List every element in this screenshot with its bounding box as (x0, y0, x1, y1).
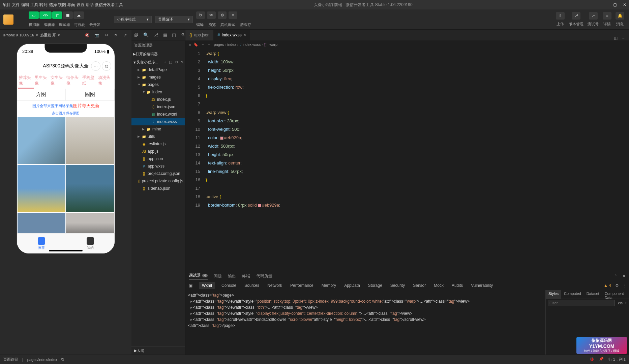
devtools-tab[interactable]: Console (220, 282, 238, 289)
device-select[interactable]: iPhone X 100% 16 (3, 33, 34, 37)
devtools-tab[interactable]: AppData (343, 282, 361, 289)
file-tree-node[interactable]: {}app.json (131, 155, 185, 162)
open-editors-header[interactable]: ▶打开的编辑器 (131, 50, 185, 58)
debugger-button[interactable]: ⇄ (52, 11, 62, 19)
split-icon[interactable]: ◫ (614, 36, 618, 40)
cut-icon[interactable]: ✂ (103, 32, 109, 38)
test-account-button[interactable]: ↗ (589, 12, 598, 20)
mode-select[interactable]: 小程序模式▾ (114, 16, 152, 23)
menu-item[interactable]: 帮助 (86, 2, 94, 7)
editor-button[interactable]: </> (39, 11, 52, 19)
page-path[interactable]: pages/index/index (27, 358, 57, 362)
branch-icon[interactable]: ⎇ (153, 32, 158, 37)
grid-image[interactable] (18, 117, 65, 164)
capsule-close-icon[interactable]: ◎ (102, 61, 111, 71)
extensions-icon[interactable]: ▦ (163, 32, 167, 37)
menu-item[interactable]: 界面 (67, 2, 75, 7)
fwd-icon[interactable]: → (207, 42, 211, 47)
styles-tab[interactable]: Computed (561, 290, 584, 299)
styles-tab[interactable]: Dataset (584, 290, 602, 299)
test-icon[interactable]: ⚗ (181, 32, 185, 37)
styles-tab[interactable]: Component Data (602, 290, 627, 299)
devtools-tab[interactable]: Storage (367, 282, 384, 289)
devtools-tab[interactable]: Sensor (412, 282, 427, 289)
file-tree-node[interactable]: {}index.json (131, 103, 185, 111)
maximize-icon[interactable]: ▢ (613, 2, 617, 7)
breadcrumb[interactable]: ≡ 🔖 ← → pages › index › # index.wxss › ⬚… (185, 40, 629, 49)
project-header[interactable]: ▼头像小程序...+▢↻⇱ (131, 58, 185, 66)
menu-item[interactable]: 文件 (12, 2, 20, 7)
devtools-tab[interactable]: Wxml (199, 282, 215, 289)
file-tree-node[interactable]: {}sitemap.json (131, 185, 185, 192)
file-tree-node[interactable]: ▤index.wxml (131, 111, 185, 118)
preview-button[interactable]: 👁 (207, 11, 216, 19)
file-tree-node[interactable]: ▶📁mine (131, 125, 185, 133)
more-icon[interactable]: ⋯ (622, 36, 626, 40)
file-tree-node[interactable]: ▼📁pages (131, 81, 185, 88)
devtools-tab[interactable]: Network (266, 282, 283, 289)
capsule-more-icon[interactable]: ⋯ (91, 61, 100, 71)
file-tree-node[interactable]: ▼📁index (131, 88, 185, 96)
file-tree-node[interactable]: ◉.eslintrc.js (131, 140, 185, 148)
styles-more-icon[interactable]: ≫ (627, 290, 629, 299)
devtools-tab[interactable]: Mock (432, 282, 445, 289)
element-picker-icon[interactable]: ▣ (187, 282, 194, 289)
warnings-count[interactable]: ▲ 4 (604, 283, 611, 288)
hot-reload-toggle[interactable]: 热重载 开 (40, 33, 56, 38)
category-tab[interactable]: 动漫头像 (97, 73, 113, 89)
back-icon[interactable]: ← (201, 42, 205, 47)
file-tree-node[interactable]: ▶📁images (131, 73, 185, 81)
file-tree-node[interactable]: ▶📁utils (131, 133, 185, 140)
visual-button[interactable]: ▦ (63, 11, 73, 19)
new-file-icon[interactable]: + (164, 60, 166, 64)
files-icon[interactable]: 🗐 (134, 32, 139, 37)
category-tab[interactable]: 男生头像 (34, 73, 50, 89)
file-tree-node[interactable]: {}project.private.config.js... (131, 177, 185, 185)
editor-tab[interactable]: #index.wxss× (213, 30, 250, 40)
refresh-tree-icon[interactable]: ↻ (175, 60, 178, 64)
menu-item[interactable]: 项目 (3, 2, 11, 7)
messages-button[interactable]: 🔔 (616, 12, 624, 20)
explorer-more-icon[interactable]: ⋯ (179, 43, 182, 48)
code-content[interactable]: .warp { width: 100vw; height: 50rpx; dis… (206, 49, 629, 271)
styles-filter-input[interactable] (548, 300, 615, 306)
menu-item[interactable]: 编辑 (21, 2, 29, 7)
mute-icon[interactable]: 🔇 (84, 32, 90, 38)
file-tree-node[interactable]: JSapp.js (131, 148, 185, 155)
cloud-dev-button[interactable]: ☁ (73, 11, 84, 19)
clear-cache-button[interactable]: ≡ (229, 11, 237, 19)
search-icon[interactable]: 🔍 (143, 32, 149, 37)
remote-debug-button[interactable]: ⚙ (218, 11, 227, 19)
styles-tab[interactable]: Styles (546, 290, 561, 299)
upload-button[interactable]: ⇧ (556, 12, 565, 20)
debug-tab[interactable]: 终端 (242, 273, 250, 279)
file-tree-node[interactable]: #app.wxss (131, 162, 185, 170)
new-folder-icon[interactable]: ▢ (169, 60, 172, 64)
version-manage-button[interactable]: ⎇ (572, 12, 580, 20)
panel-close-icon[interactable]: ✕ (622, 274, 626, 278)
category-tab[interactable]: 推荐头像 (18, 73, 34, 89)
close-tab-icon[interactable]: × (244, 33, 246, 37)
cls-toggle[interactable]: .cls (617, 301, 623, 305)
grid-image[interactable] (66, 117, 114, 164)
compile-button[interactable]: ↻ (196, 11, 205, 19)
category-tab[interactable]: 手机壁纸 (82, 73, 97, 89)
file-tree-node[interactable]: JSindex.js (131, 96, 185, 103)
panel-up-icon[interactable]: ⌃ (614, 274, 618, 278)
devtools-tab[interactable]: Audits (450, 282, 464, 289)
debug-icon[interactable]: 🐞 (590, 357, 594, 362)
collapse-icon[interactable]: ⇱ (181, 60, 184, 64)
minimize-icon[interactable]: — (603, 2, 607, 7)
copy-path-icon[interactable]: ⧉ (61, 357, 64, 362)
list-icon[interactable]: ≡ (189, 42, 191, 47)
outline-header[interactable]: ▶大纲 (131, 346, 185, 355)
menu-item[interactable]: 设置 (77, 2, 85, 7)
menu-item[interactable]: 工具 (30, 2, 38, 7)
devtools-more-icon[interactable]: ⋮ (623, 283, 627, 288)
simulator-button[interactable]: ▭ (29, 11, 39, 19)
file-tree-node[interactable]: {}project.config.json (131, 170, 185, 177)
menu-item[interactable]: 选择 (49, 2, 57, 7)
grid-image[interactable] (18, 165, 65, 212)
devtools-tab[interactable]: Vulnerability (470, 282, 494, 289)
cursor-position[interactable]: 行 1，列 1 (608, 357, 626, 362)
